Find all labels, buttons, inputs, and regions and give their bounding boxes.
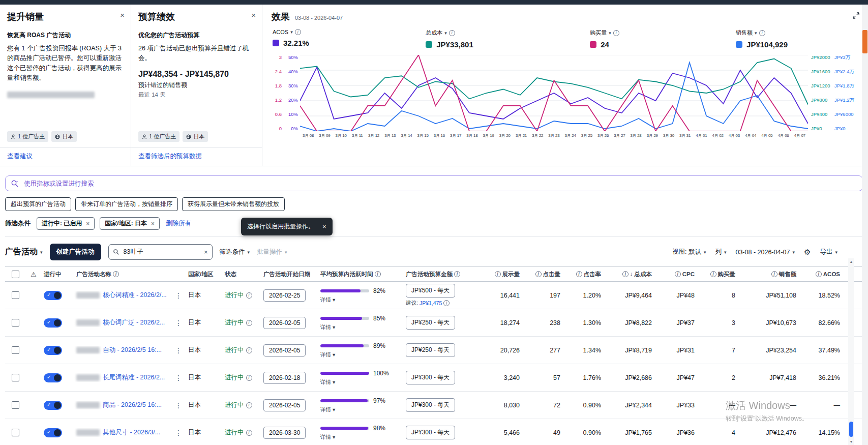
column-header[interactable]: iCPC: [656, 271, 699, 277]
campaign-name-link[interactable]: 长尾词精准 - 2026/2...: [103, 373, 165, 382]
header-select-checkbox[interactable]: [5, 271, 25, 278]
row-checkbox[interactable]: [5, 374, 25, 381]
settings-gear-icon[interactable]: ⚙: [804, 248, 811, 257]
quick-filter-pill[interactable]: 带来订单的广告活动，按销量排序: [75, 197, 178, 211]
checkbox[interactable]: [12, 291, 19, 299]
chevron-down-icon[interactable]: ▾: [755, 31, 757, 36]
kebab-menu-icon[interactable]: ⋮: [173, 429, 184, 437]
metric-search-bar[interactable]: [5, 175, 863, 191]
campaign-name-link[interactable]: 核心词精准 - 2026/2/...: [103, 291, 167, 300]
details-expander[interactable]: 详情 ▾: [320, 324, 402, 331]
quick-filter-pill[interactable]: 超出预算的广告活动: [5, 197, 71, 211]
expand-icon[interactable]: [852, 12, 860, 21]
close-icon[interactable]: ×: [120, 11, 125, 19]
column-header[interactable]: i展示量: [475, 271, 524, 278]
start-date-box[interactable]: 2026-02-18: [263, 372, 306, 384]
table-scrollbar[interactable]: ▲ ▼: [848, 258, 854, 445]
enabled-toggle[interactable]: ✓: [44, 373, 62, 382]
scroll-up-icon[interactable]: ▲: [850, 258, 853, 265]
checkbox[interactable]: [12, 401, 19, 409]
row-checkbox[interactable]: [5, 429, 25, 436]
columns-menu[interactable]: 列▾: [715, 248, 726, 256]
campaign-name-link[interactable]: 核心词广泛 - 2026/2...: [103, 318, 165, 327]
start-date-box[interactable]: 2026-02-05: [263, 344, 306, 357]
campaigns-type-menu[interactable]: 广告活动▾: [5, 247, 43, 257]
checkbox[interactable]: [12, 346, 19, 354]
view-menu[interactable]: 视图: 默认▾: [672, 248, 706, 256]
metric-sales[interactable]: 销售额▾i JP¥104,929: [736, 29, 788, 49]
column-header[interactable]: i↓总成本: [605, 271, 656, 278]
enabled-toggle[interactable]: ✓: [44, 401, 62, 410]
column-header[interactable]: i点击量: [524, 271, 564, 278]
kebab-menu-icon[interactable]: ⋮: [173, 319, 184, 327]
close-icon[interactable]: ×: [322, 223, 326, 230]
checkbox[interactable]: [12, 429, 19, 436]
checkbox[interactable]: [12, 319, 19, 327]
start-date-box[interactable]: 2026-03-30: [263, 427, 306, 439]
enabled-toggle[interactable]: ✓: [44, 346, 62, 355]
budget-box[interactable]: JP¥300 - 每天: [406, 398, 455, 412]
campaign-name-link[interactable]: 商品 - 2026/2/5 16:...: [103, 401, 162, 409]
enabled-toggle[interactable]: ✓: [44, 318, 62, 328]
suggestion-value[interactable]: JP¥1,475: [420, 300, 442, 306]
bulk-actions-menu[interactable]: 批量操作▾: [257, 248, 287, 256]
clear-search-icon[interactable]: ×: [204, 248, 208, 256]
row-checkbox[interactable]: [5, 401, 25, 409]
column-header[interactable]: 国家/地区: [186, 271, 223, 278]
clear-all-filters[interactable]: 删除所有: [166, 219, 191, 228]
budget-box[interactable]: JP¥250 - 每天: [406, 343, 455, 357]
enabled-toggle[interactable]: ✓: [44, 291, 62, 300]
campaign-name-link[interactable]: 自动 - 2026/2/5 16:...: [103, 346, 162, 354]
details-expander[interactable]: 详情 ▾: [320, 406, 402, 413]
page-scrollbar-thumb[interactable]: [862, 30, 867, 53]
budget-box[interactable]: JP¥500 - 每天: [406, 284, 455, 298]
column-header[interactable]: i购买量: [699, 271, 739, 278]
column-header[interactable]: i销售额: [739, 271, 800, 278]
date-range-picker[interactable]: 03-08 - 2026-04-07▾: [735, 249, 795, 256]
close-icon[interactable]: ×: [251, 11, 256, 19]
column-header[interactable]: 广告活动预算金额i: [404, 271, 475, 278]
filter-conditions-menu[interactable]: 筛选条件▾: [220, 248, 250, 256]
checkbox[interactable]: [12, 271, 19, 278]
column-header[interactable]: 平均预算内活跃时间i: [318, 271, 404, 278]
remove-filter-icon[interactable]: ×: [86, 220, 89, 227]
chevron-down-icon[interactable]: ▾: [609, 31, 611, 36]
metric-search-input[interactable]: [23, 180, 857, 188]
column-header[interactable]: 状态: [223, 271, 261, 278]
kebab-menu-icon[interactable]: ⋮: [173, 401, 184, 409]
scroll-down-icon[interactable]: ▼: [850, 438, 853, 445]
filter-chip[interactable]: 进行中: 已启用×: [37, 217, 95, 230]
campaign-search-input[interactable]: [123, 248, 201, 256]
column-header[interactable]: 进行中: [42, 271, 74, 278]
row-checkbox[interactable]: [5, 319, 25, 327]
enabled-toggle[interactable]: ✓: [44, 428, 62, 437]
row-checkbox[interactable]: [5, 291, 25, 299]
metric-spend[interactable]: 总成本▾i JP¥33,801: [426, 29, 473, 49]
quick-filter-pill[interactable]: 获得展示量但未带来销售额的投放: [182, 197, 285, 211]
kebab-menu-icon[interactable]: ⋮: [173, 374, 184, 382]
start-date-box[interactable]: 2026-02-05: [263, 399, 306, 411]
kebab-menu-icon[interactable]: ⋮: [173, 291, 184, 300]
column-header[interactable]: 广告活动名称i: [74, 271, 186, 278]
details-expander[interactable]: 详情 ▾: [320, 434, 402, 441]
create-campaign-button[interactable]: 创建广告活动: [50, 244, 101, 260]
export-menu[interactable]: 导出▾: [820, 248, 837, 256]
filter-chip[interactable]: 国家/地区: 日本×: [100, 217, 160, 230]
kebab-menu-icon[interactable]: ⋮: [173, 346, 184, 354]
metric-purchases[interactable]: 购买量▾i 24: [590, 29, 619, 49]
metric-acos[interactable]: ACOS▾i 32.21%: [273, 29, 309, 49]
details-expander[interactable]: 详情 ▾: [320, 379, 402, 386]
remove-filter-icon[interactable]: ×: [151, 220, 155, 227]
column-header[interactable]: 广告活动开始日期: [261, 271, 318, 278]
view-suggestion-link[interactable]: 查看建议: [7, 153, 33, 160]
campaign-name-link[interactable]: 其他尺寸 - 2026/3/...: [103, 428, 160, 437]
budget-box[interactable]: JP¥250 - 每天: [406, 316, 455, 330]
chevron-down-icon[interactable]: ▾: [290, 29, 293, 35]
start-date-box[interactable]: 2026-02-05: [263, 317, 306, 329]
checkbox[interactable]: [12, 374, 19, 381]
row-checkbox[interactable]: [5, 346, 25, 354]
column-header[interactable]: i点击率: [564, 271, 605, 278]
page-scrollbar[interactable]: [862, 5, 868, 445]
budget-box[interactable]: JP¥300 - 每天: [406, 426, 455, 439]
chevron-down-icon[interactable]: ▾: [444, 31, 447, 36]
